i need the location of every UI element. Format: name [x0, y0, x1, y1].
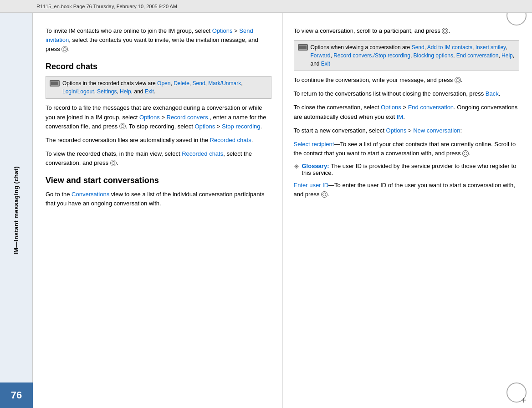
options-box-2: Options when viewing a conversation are … [294, 40, 520, 71]
options-link-2: Options [139, 114, 160, 121]
page-number-box: 76 [0, 382, 33, 408]
header-bar: R1115_en.book Page 76 Thursday, February… [0, 0, 532, 13]
ok-button-1 [61, 46, 68, 52]
options-box-text-2: Options when viewing a conversation are … [311, 43, 516, 68]
back-link: Back [486, 90, 499, 97]
stop-recording-link-1: Stop recording [222, 123, 261, 130]
options-link-4: Options [381, 104, 401, 111]
left-sidebar: IM—Instant messaging (chat) 76 [0, 13, 33, 408]
add-im-link: Add to IM contacts [427, 44, 472, 51]
record-stop-link: Record convers./Stop recording [333, 52, 410, 59]
return-paragraph: To return to the conversations list with… [294, 89, 520, 98]
open-link: Open [157, 80, 170, 87]
continue-paragraph: To continue the conversation, write your… [294, 76, 520, 85]
blocking-link: Blocking options [414, 52, 453, 59]
forward-link: Forward [311, 52, 331, 59]
end-conv-link-2: End conversation [408, 104, 454, 111]
options-icon-2 [298, 44, 308, 51]
new-conv-paragraph: To start a new conversation, select Opti… [294, 126, 520, 135]
view-paragraph: To view the recorded chats, in the main … [46, 149, 271, 168]
im-link-1: IM [397, 113, 403, 120]
right-column: To view a conversation, scroll to a part… [283, 13, 532, 408]
scroll-paragraph: To view a conversation, scroll to a part… [294, 26, 520, 36]
recorded-chats-link-2: Recorded chats [182, 150, 223, 157]
left-column: To invite IM contacts who are online to … [33, 13, 283, 408]
options-link-1: Options [212, 27, 233, 34]
end-conv-link-1: End conversation [456, 52, 499, 59]
ok-button-4 [442, 28, 448, 34]
new-conversation-link: New conversation [413, 127, 460, 134]
view-start-heading: View and start conversations [46, 176, 271, 185]
send-link-2: Send [412, 44, 425, 51]
exit-link-1: Exit [145, 88, 154, 95]
options-box-1: Options in the recorded chats view are O… [46, 76, 271, 99]
glossary-label: Glossary: [302, 163, 329, 169]
help-link-1: Help [120, 88, 131, 95]
close-paragraph: To close the conversation, select Option… [294, 103, 520, 121]
recorded-chats-link-1: Recorded chats [210, 137, 251, 143]
ok-button-2 [119, 123, 126, 129]
insert-smiley-link: Insert smiley [476, 44, 506, 51]
ok-button-7 [321, 191, 327, 198]
ok-button-3 [110, 160, 117, 166]
glossary-box: ✳ Glossary: The user ID is provided by t… [294, 163, 520, 176]
options-icon-1 [50, 80, 60, 87]
options-link-5: Options [386, 127, 407, 134]
page-number: 76 [11, 389, 22, 401]
saved-paragraph: The recorded conversation files are auto… [46, 136, 271, 145]
enter-user-label: Enter user ID [294, 182, 329, 189]
header-text: R1115_en.book Page 76 Thursday, February… [36, 4, 177, 9]
delete-link: Delete [174, 80, 189, 87]
options-box-text-1: Options in the recorded chats view are O… [62, 79, 267, 96]
select-recipient-label: Select recipient [294, 141, 334, 148]
send-link-1: Send [193, 80, 205, 87]
ok-button-5 [455, 77, 461, 83]
conversations-paragraph: Go to the Conversations view to see a li… [46, 190, 271, 208]
intro-paragraph: To invite IM contacts who are online to … [46, 26, 271, 54]
main-content: To invite IM contacts who are online to … [33, 13, 532, 408]
sidebar-label: IM—Instant messaging (chat) [13, 166, 20, 255]
conversations-link: Conversations [72, 191, 109, 198]
record-chats-heading: Record chats [46, 62, 271, 71]
mark-link: Mark/Unmark [208, 80, 241, 87]
ok-button-6 [462, 150, 469, 157]
settings-link: Settings [97, 88, 117, 95]
options-link-3: Options [194, 123, 215, 130]
select-recipient-paragraph: Select recipient—To see a list of your c… [294, 140, 520, 158]
help-link-2: Help [501, 52, 513, 59]
record-paragraph: To record to a file the messages that ar… [46, 103, 271, 131]
exit-link-2: Exit [321, 61, 330, 67]
glossary-icon: ✳ [294, 163, 299, 170]
enter-user-paragraph: Enter user ID—To enter the user ID of th… [294, 181, 520, 199]
glossary-text: Glossary: The user ID is provided by the… [302, 163, 520, 176]
login-link: Login/Logout [62, 88, 94, 95]
record-convers-link: Record convers. [167, 114, 210, 121]
